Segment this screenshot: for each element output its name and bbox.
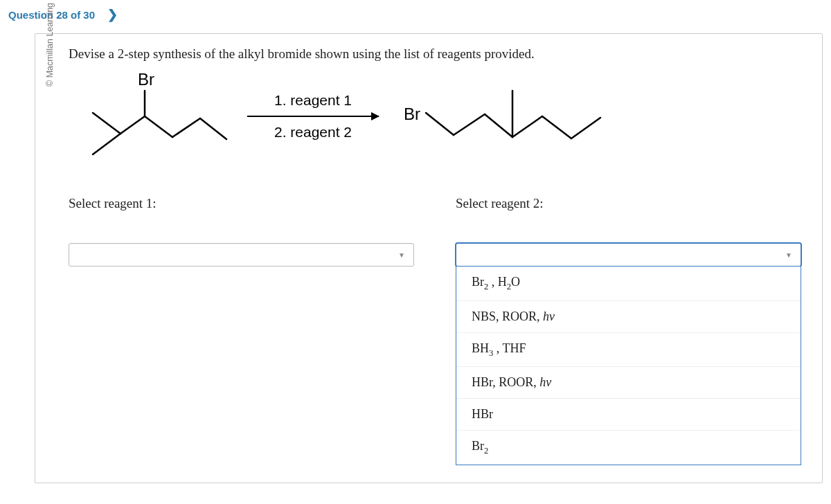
svg-line-5: [145, 116, 172, 137]
dropdown-option[interactable]: HBr: [456, 399, 801, 431]
reagent-2-dropdown-list: Br2 , H2O NBS, ROOR, hv BH3 , THF HBr, R…: [456, 267, 801, 465]
svg-line-3: [120, 116, 145, 134]
reaction-arrow: [247, 116, 379, 117]
reagent-1-text: 1. reagent 1: [274, 92, 352, 109]
next-question-chevron[interactable]: ❯: [107, 7, 118, 22]
copyright-text: © Macmillan Learning: [45, 3, 55, 87]
dropdown-caret-icon: ▼: [398, 251, 405, 259]
dropdown-option[interactable]: Br2: [456, 431, 801, 465]
select-reagent-1-label: Select reagent 1:: [69, 196, 414, 211]
svg-line-7: [200, 118, 226, 139]
svg-line-1: [93, 113, 120, 134]
svg-line-2: [93, 134, 120, 154]
dropdown-option[interactable]: BH3 , THF: [456, 333, 801, 368]
question-panel: © Macmillan Learning Devise a 2-step syn…: [35, 33, 823, 483]
svg-line-6: [172, 118, 200, 137]
starting-material-structure: Br: [69, 71, 228, 161]
reaction-scheme: Br 1. reagent 1 2. reagent 2 Br: [69, 71, 801, 161]
svg-line-14: [542, 116, 571, 138]
svg-line-15: [571, 118, 600, 138]
dropdown-caret-icon: ▼: [785, 251, 792, 259]
reagent-1-dropdown[interactable]: ▼: [69, 243, 414, 267]
svg-text:Br: Br: [138, 71, 154, 89]
dropdown-option[interactable]: NBS, ROOR, hv: [456, 301, 801, 333]
svg-line-9: [426, 113, 454, 135]
dropdown-option[interactable]: HBr, ROOR, hv: [456, 367, 801, 399]
svg-line-11: [485, 114, 512, 137]
reagent-2-text: 2. reagent 2: [274, 124, 352, 141]
select-reagent-2-label: Select reagent 2:: [456, 196, 801, 211]
product-structure: Br: [398, 71, 606, 161]
svg-text:Br: Br: [404, 105, 420, 123]
question-prompt: Devise a 2-step synthesis of the alkyl b…: [69, 46, 801, 62]
svg-line-10: [454, 114, 485, 135]
dropdown-option[interactable]: Br2 , H2O: [456, 267, 801, 301]
reagent-2-dropdown[interactable]: ▼: [456, 243, 801, 267]
svg-line-13: [512, 116, 542, 137]
